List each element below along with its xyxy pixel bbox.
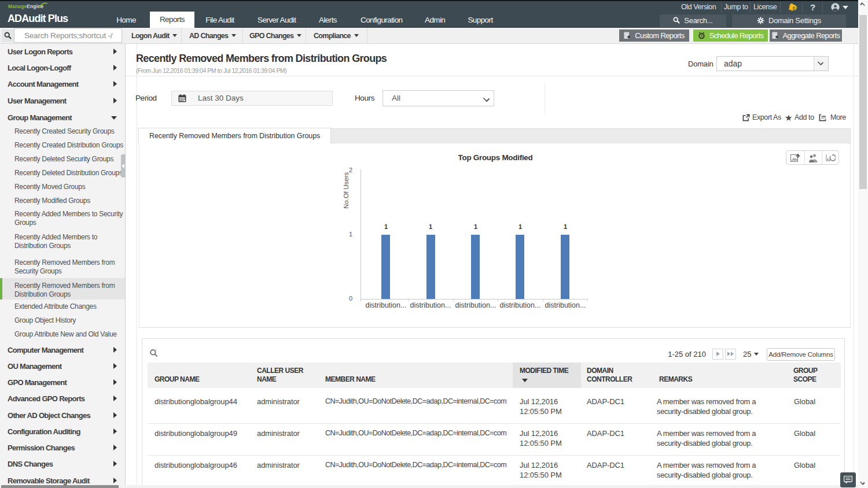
- svg-text:0: 0: [793, 5, 796, 11]
